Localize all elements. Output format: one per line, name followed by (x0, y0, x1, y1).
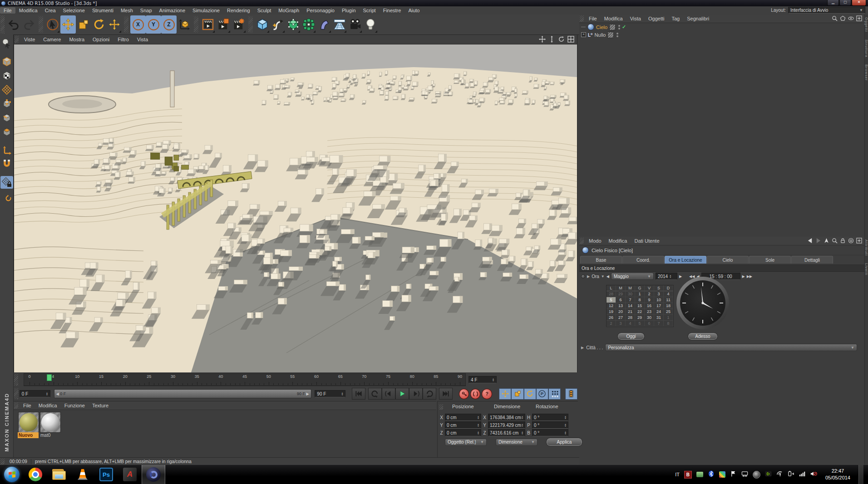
position-z-field[interactable]: 0 cm▲▼ (445, 429, 481, 436)
tray-flag-icon[interactable] (730, 470, 737, 479)
render-settings-button[interactable] (231, 15, 247, 34)
am-history-back-icon[interactable] (807, 238, 813, 244)
viewport-scene-3d-city[interactable] (14, 44, 577, 372)
start-button[interactable] (0, 465, 24, 484)
calendar-day[interactable]: 3 (616, 321, 626, 327)
time-fwd-fast-icon[interactable]: ▶▶ (747, 274, 752, 279)
city-select[interactable]: Personalizza▼ (605, 344, 857, 351)
calendar-day[interactable]: 26 (607, 315, 616, 321)
goto-start-button[interactable] (352, 388, 365, 400)
calendar-day[interactable]: 5 (607, 297, 616, 303)
calendar-day[interactable]: 24 (654, 309, 664, 315)
material-thumbnail-nuovo[interactable] (18, 412, 39, 433)
size-x-field[interactable]: 176384.384 cm▲▼ (488, 414, 525, 421)
main-menu-strumenti[interactable]: Strumenti (89, 7, 117, 14)
keyframe-bullet[interactable] (581, 274, 585, 279)
play-forwards-button[interactable] (423, 388, 436, 400)
om-path-icon[interactable] (840, 15, 846, 22)
am-search-icon[interactable] (832, 238, 838, 244)
om-menu-tag[interactable]: Tag (668, 15, 683, 22)
play-button[interactable] (395, 388, 409, 400)
play-backwards-button[interactable] (368, 388, 382, 400)
am-menu-modifica[interactable]: Modifica (605, 238, 631, 244)
material-name[interactable]: mat0 (39, 432, 60, 438)
make-editable-object-button[interactable] (286, 15, 301, 34)
tray-volume-muted-icon[interactable] (810, 470, 817, 479)
tray-satellite-icon[interactable] (776, 470, 783, 479)
tray-color-grid-icon[interactable] (719, 471, 725, 478)
maximize-button[interactable]: ▢ (839, 0, 851, 6)
viewport-menu-handle[interactable] (15, 36, 19, 43)
main-menu-crea[interactable]: Crea (41, 7, 59, 14)
tray-wallet-icon[interactable] (696, 472, 703, 477)
om-search-icon[interactable] (832, 15, 838, 22)
timeline-filmstrip-button[interactable] (565, 388, 577, 400)
calendar-day[interactable]: 28 (607, 291, 616, 297)
main-menu-rendering[interactable]: Rendering (223, 7, 254, 14)
coordinate-mode-dropdown[interactable]: Oggetto (Rel.)▼ (445, 439, 487, 446)
om-side-tab-browser[interactable]: Browser (865, 62, 868, 83)
attribute-manager-handle[interactable] (580, 238, 584, 244)
calendar-day[interactable]: 4 (626, 321, 635, 327)
attribute-tab-base[interactable]: Base (580, 256, 622, 264)
lock-z-axis-button[interactable]: Z (161, 15, 177, 34)
minimize-button[interactable]: ▁ (827, 0, 839, 6)
am-history-forward-icon[interactable] (815, 238, 821, 244)
viewport-pan-icon[interactable] (539, 36, 546, 44)
calendar-day[interactable]: 22 (635, 309, 645, 315)
prev-month-icon[interactable]: ◀ (607, 274, 609, 279)
next-frame-button[interactable] (409, 388, 423, 400)
calendar-day[interactable]: 5 (635, 321, 645, 327)
attribute-tab-coord-[interactable]: Coord. (622, 256, 664, 264)
tray-language[interactable]: IT (675, 472, 680, 477)
calendar-day[interactable]: 14 (626, 303, 635, 309)
mm-menu-funzione[interactable]: Funzione (61, 402, 89, 409)
tray-camera-lens-icon[interactable] (753, 471, 760, 479)
key-rotation-toggle[interactable] (524, 388, 536, 400)
taskbar-autocad-icon[interactable]: A (118, 465, 142, 484)
expand-icon[interactable]: + (581, 32, 586, 37)
viewport-menu-mostra[interactable]: Mostra (65, 36, 89, 43)
redo-button[interactable] (21, 15, 37, 34)
lock-x-axis-button[interactable]: X (130, 15, 146, 34)
calendar-day[interactable]: 19 (607, 309, 616, 315)
calendar-day[interactable]: 17 (654, 303, 664, 309)
om-menu-modifica[interactable]: Modifica (601, 15, 626, 22)
main-menu-mograph[interactable]: MoGraph (275, 7, 303, 14)
keying-options-button[interactable]: ? (482, 389, 492, 399)
range-end-field[interactable]: 90 F ▲▼ (315, 390, 345, 397)
rotate-tool[interactable] (91, 15, 107, 34)
tray-power-plug-icon[interactable] (788, 470, 794, 479)
model-mode-icon[interactable] (0, 55, 13, 68)
scale-tool[interactable] (76, 15, 91, 34)
texture-mode-icon[interactable] (0, 69, 13, 82)
taskbar-explorer-icon[interactable] (47, 465, 71, 484)
calendar-day[interactable]: 25 (664, 309, 673, 315)
city-expand-icon[interactable]: ▶ (581, 346, 584, 350)
calendar-day[interactable]: 7 (626, 297, 635, 303)
close-button[interactable]: ✕ (852, 0, 866, 6)
taskbar-vlc-icon[interactable] (71, 465, 94, 484)
key-pla-toggle[interactable] (548, 388, 561, 400)
calendar-day[interactable]: 21 (626, 309, 635, 315)
position-y-field[interactable]: 0 cm▲▼ (445, 421, 481, 429)
calendar-day[interactable]: 6 (616, 297, 626, 303)
current-frame-field[interactable]: 4 F ▲▼ (469, 376, 497, 383)
object-name[interactable]: Cielo (596, 24, 607, 30)
calendar-day[interactable]: 3 (654, 291, 664, 297)
om-menu-segnalibri[interactable]: Segnalibri (683, 15, 713, 22)
calendar-day[interactable]: 11 (664, 297, 673, 303)
now-button[interactable]: Adesso (688, 333, 717, 340)
viewport-menu-vista[interactable]: Vista (133, 36, 152, 43)
viewport-menu-camere[interactable]: Camere (39, 36, 65, 43)
layer-dots[interactable] (618, 25, 620, 29)
om-menu-vista[interactable]: Vista (626, 15, 645, 22)
main-menu-simulazione[interactable]: Simulazione (189, 7, 223, 14)
add-deformer-cluster-button[interactable] (301, 15, 316, 34)
layout-select[interactable]: Interfaccia di Avvio▼ (788, 7, 865, 14)
attribute-tab-cielo[interactable]: Cielo (707, 256, 749, 264)
mm-menu-texture[interactable]: Texture (89, 402, 112, 409)
add-floor-environment-button[interactable] (332, 15, 347, 34)
calendar-day[interactable]: 10 (654, 297, 664, 303)
key-position-toggle[interactable] (499, 388, 511, 400)
